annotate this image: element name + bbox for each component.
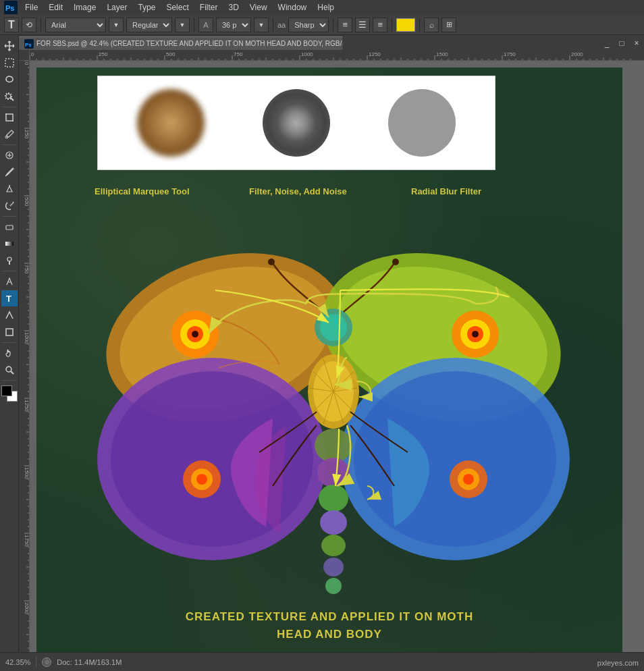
svg-line-16 — [11, 371, 14, 374]
font-family-select[interactable]: Arial — [45, 18, 106, 32]
svg-point-24 — [192, 331, 198, 338]
marquee-tool[interactable] — [1, 55, 18, 71]
zoom-tool[interactable] — [1, 362, 18, 378]
align-right-button[interactable]: ≡ — [373, 18, 387, 32]
menu-view[interactable]: View — [245, 1, 272, 14]
svg-point-11 — [7, 257, 11, 261]
pen-tool[interactable] — [1, 273, 18, 290]
menu-file[interactable]: File — [20, 1, 43, 14]
font-family-chevron[interactable]: ▼ — [109, 18, 124, 32]
window-restore-button[interactable]: □ — [614, 36, 629, 50]
ruler-row — [19, 50, 644, 61]
separator-1 — [41, 18, 41, 32]
text-tool-icon[interactable]: T — [4, 18, 19, 32]
vertical-ruler — [19, 61, 30, 652]
text-orient-button[interactable]: ⟲ — [22, 18, 36, 32]
radial-blur-texture-circle — [388, 89, 456, 157]
svg-point-61 — [325, 578, 342, 594]
align-left-button[interactable]: ≡ — [338, 18, 352, 32]
menu-filter[interactable]: Filter — [195, 1, 223, 14]
svg-point-62 — [268, 259, 275, 265]
svg-point-30 — [472, 331, 479, 338]
brush-tool[interactable] — [1, 164, 18, 180]
window-minimize-button[interactable]: _ — [599, 36, 614, 50]
foreground-color-swatch[interactable] — [1, 385, 12, 396]
svg-rect-9 — [6, 225, 13, 230]
path-select-tool[interactable] — [1, 307, 18, 323]
canvas-container[interactable]: Elliptical Marquee Tool Filter, Noise, A… — [30, 61, 644, 652]
svg-point-40 — [463, 474, 474, 485]
svg-text:Ps: Ps — [5, 4, 14, 12]
document-tab[interactable]: Ps FOR SBS.psd @ 42.4% (CREATED TEXTURE … — [19, 36, 343, 50]
align-center-button[interactable]: ☰ — [355, 18, 370, 32]
menu-bar: Ps File Edit Image Layer Type Select Fil… — [0, 0, 644, 15]
clone-stamp-tool[interactable] — [1, 181, 18, 197]
aa-label: aa — [277, 21, 286, 29]
text-color-swatch[interactable] — [396, 18, 415, 32]
hand-tool[interactable] — [1, 345, 18, 361]
status-bar: 42.35% ◎ Doc: 11.4M/163.1M pxleyes.com — [0, 652, 644, 671]
anti-alias-select[interactable]: Sharp — [288, 18, 329, 32]
svg-text:Ps: Ps — [25, 42, 32, 48]
ps-icon: Ps — [3, 0, 19, 15]
warp-text-button[interactable]: ⌕ — [424, 18, 439, 32]
svg-point-58 — [320, 510, 347, 535]
svg-rect-2 — [5, 59, 14, 67]
character-panel-button[interactable]: ⊞ — [441, 18, 456, 32]
font-size-select[interactable]: 36 pt — [216, 18, 251, 32]
menu-help[interactable]: Help — [313, 1, 339, 14]
menu-type[interactable]: Type — [133, 1, 160, 14]
menu-layer[interactable]: Layer — [102, 1, 132, 14]
tool-separator-6 — [3, 380, 16, 381]
separator-3 — [273, 18, 273, 32]
canvas-area: Ps FOR SBS.psd @ 42.4% (CREATED TEXTURE … — [19, 35, 644, 652]
toolbox: T — [0, 35, 19, 652]
horizontal-ruler — [30, 50, 644, 61]
svg-point-37 — [354, 371, 556, 547]
svg-point-60 — [323, 558, 344, 576]
ruler-corner — [19, 50, 30, 61]
tool-separator-5 — [3, 342, 16, 343]
tool-separator-1 — [3, 107, 16, 107]
menu-select[interactable]: Select — [161, 1, 193, 14]
zoom-value: 42.35% — [5, 658, 30, 666]
gradient-tool[interactable] — [1, 236, 18, 252]
menu-image[interactable]: Image — [69, 1, 101, 14]
shape-tool[interactable] — [1, 324, 18, 340]
svg-point-35 — [196, 474, 207, 485]
texture-examples-panel — [97, 76, 495, 170]
noise-texture-circle — [263, 89, 330, 157]
eyedropper-tool[interactable] — [1, 126, 18, 142]
svg-rect-14 — [6, 329, 13, 336]
menu-edit[interactable]: Edit — [44, 1, 68, 14]
caption-line2: HEAD AND BODY — [36, 626, 622, 643]
separator-4 — [333, 18, 333, 32]
options-bar: T ⟲ Arial ▼ Regular ▼ A 36 pt ▼ aa Sharp… — [0, 15, 644, 35]
tab-bar: Ps FOR SBS.psd @ 42.4% (CREATED TEXTURE … — [19, 35, 644, 50]
moth-image — [77, 189, 590, 608]
dodge-tool[interactable] — [1, 252, 18, 269]
move-tool[interactable] — [1, 38, 18, 54]
separator-5 — [392, 18, 392, 32]
font-size-chevron[interactable]: ▼ — [254, 18, 269, 32]
history-brush-tool[interactable] — [1, 198, 18, 214]
text-tool[interactable]: T — [1, 290, 18, 306]
eraser-tool[interactable] — [1, 219, 18, 235]
separator-6 — [419, 18, 420, 32]
svg-point-57 — [319, 485, 348, 512]
tab-title: FOR SBS.psd @ 42.4% (CREATED TEXTURE AND… — [36, 40, 343, 47]
svg-point-63 — [392, 259, 399, 265]
zoom-indicator: 42.35% — [5, 658, 30, 666]
healing-brush-tool[interactable] — [1, 147, 18, 163]
magic-wand-tool[interactable] — [1, 88, 18, 105]
font-style-select[interactable]: Regular — [126, 18, 172, 32]
lasso-tool[interactable] — [1, 72, 18, 88]
svg-text:T: T — [6, 294, 11, 304]
svg-point-59 — [321, 535, 346, 556]
bottom-caption: CREATED TEXTURE AND APPLIED IT ON MOTH H… — [36, 608, 622, 643]
font-style-chevron[interactable]: ▼ — [175, 18, 190, 32]
menu-3d[interactable]: 3D — [223, 1, 243, 14]
menu-window[interactable]: Window — [273, 1, 312, 14]
crop-tool[interactable] — [1, 109, 18, 126]
window-close-button[interactable]: × — [629, 36, 644, 50]
